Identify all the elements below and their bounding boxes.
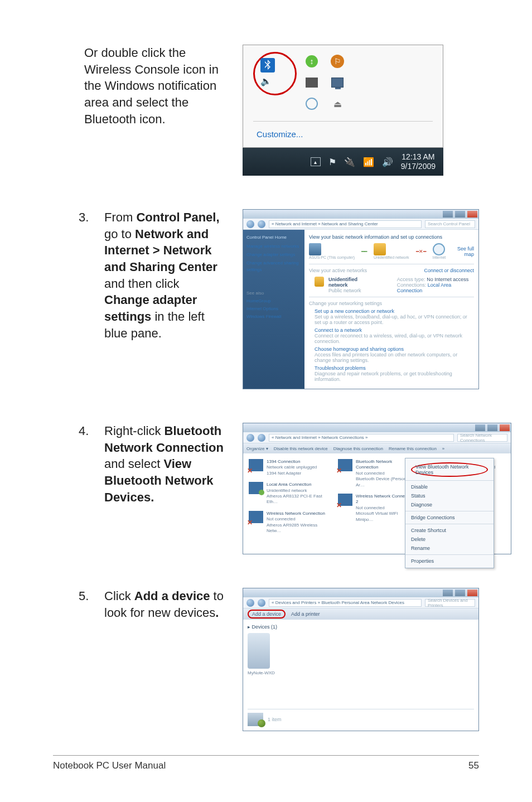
volume-icon[interactable]: 🔈 (260, 76, 272, 86)
advanced-sharing-link[interactable]: Change advanced sharing settings (246, 260, 301, 273)
ctx-bridge: Bridge Connections (405, 513, 494, 522)
device-item[interactable]: MyNote-WXD (248, 633, 275, 675)
ctx-status: Status (405, 491, 494, 500)
search-input[interactable]: Search Network Connections (457, 434, 507, 442)
tray-screenshot: 🔈 ↕ ⚐ ⏏ (243, 45, 443, 176)
toolbar-overflow[interactable]: » (442, 446, 444, 451)
clock-date: 9/17/2009 (401, 162, 436, 171)
network-icon[interactable]: 📶 (363, 157, 374, 167)
active-network-icon (315, 277, 324, 287)
homegroup-link[interactable]: Choose homegroup and sharing options (315, 346, 474, 352)
monitor-icon[interactable] (331, 78, 344, 88)
taskbar-clock[interactable]: 12:13 AM 9/17/2009 (401, 152, 436, 171)
internet-icon (433, 243, 445, 255)
ctx-rename[interactable]: Rename (405, 544, 494, 553)
network-globe-icon[interactable] (306, 98, 318, 110)
connect-network-link[interactable]: Connect to a network (315, 327, 474, 333)
ctx-diagnose[interactable]: Diagnose (405, 500, 494, 509)
sound-icon[interactable]: 🔊 (382, 157, 393, 167)
adapter-icon[interactable] (338, 494, 352, 506)
back-button[interactable] (246, 220, 254, 228)
device-laptop-icon (248, 633, 270, 669)
breadcrumb[interactable]: « Network and Internet » Network Connect… (269, 434, 454, 442)
customize-link[interactable]: Customize... (257, 129, 303, 139)
step3-text: From Control Panel, go to Network and In… (104, 209, 226, 342)
change-adapter-settings-link[interactable]: Change adapter settings (246, 252, 301, 258)
rename-button[interactable]: Rename this connection (389, 446, 437, 451)
display-icon[interactable] (306, 78, 318, 88)
adapter-icon[interactable] (249, 511, 263, 523)
step5-number: 5. (79, 588, 104, 621)
forward-button[interactable] (258, 599, 265, 607)
see-full-map-link[interactable]: See full map (452, 246, 474, 257)
breadcrumb[interactable]: « Devices and Printers » Bluetooth Perso… (269, 599, 422, 607)
network-sharing-center-window: « Network and Internet » Network and Sha… (243, 209, 479, 389)
forward-button[interactable] (258, 220, 265, 228)
usb-eject-icon[interactable]: ⏏ (330, 96, 345, 111)
add-a-device-button[interactable]: Add a device (248, 610, 286, 619)
close-icon[interactable] (467, 211, 477, 218)
ctx-disable[interactable]: Disable (405, 482, 494, 491)
left-nav-pane: Control Panel Home Manage wireless netwo… (243, 230, 304, 389)
back-button[interactable] (246, 434, 254, 442)
ctx-delete: Delete (405, 535, 494, 544)
power-icon[interactable]: 🔌 (344, 157, 355, 167)
context-menu: View Bluetooth Network Devices Disable S… (405, 458, 494, 568)
status-item-count: 1 item (268, 717, 282, 722)
bluetooth-highlight: 🔈 (253, 52, 297, 95)
wifi-toggle-icon[interactable]: ↕ (306, 55, 318, 67)
forward-button[interactable] (258, 434, 265, 442)
connect-disconnect-link[interactable]: Connect or disconnect (424, 268, 474, 273)
ctx-properties[interactable]: Properties (405, 557, 494, 566)
devices-category[interactable]: ▸ Devices (1) (248, 624, 474, 630)
search-input[interactable]: Search Control Panel (425, 220, 475, 228)
bluetooth-adapter-icon[interactable] (338, 459, 352, 471)
step4-number: 4. (79, 423, 104, 505)
disable-device-button[interactable]: Disable this network device (274, 446, 328, 451)
page-number: 55 (468, 760, 479, 771)
organize-menu[interactable]: Organize ▾ (246, 446, 268, 451)
network-node-icon (374, 243, 386, 255)
close-icon[interactable] (467, 590, 477, 596)
manage-wireless-link[interactable]: Manage wireless networks (246, 243, 301, 250)
bluetooth-icon[interactable] (260, 58, 275, 73)
step5-text: Click Add a device to look for new devic… (104, 588, 226, 621)
step4-text: Right-click Bluetooth Network Connection… (104, 423, 226, 505)
taskbar: ▴ ⚑ 🔌 📶 🔊 12:13 AM 9/17/2009 (243, 148, 443, 176)
adapter-icon[interactable] (249, 459, 263, 471)
flag-icon[interactable]: ⚑ (328, 157, 336, 167)
search-input[interactable]: Search Devices and Printers (425, 599, 475, 607)
show-hidden-icons[interactable]: ▴ (311, 157, 321, 166)
adapter-icon[interactable] (249, 482, 263, 494)
setup-connection-link[interactable]: Set up a new connection or network (315, 308, 474, 314)
ctx-shortcut[interactable]: Create Shortcut (405, 526, 494, 535)
intro-text: Or double click the Wireless Console ico… (84, 45, 226, 127)
step3-number: 3. (79, 209, 104, 342)
back-button[interactable] (246, 599, 254, 607)
footer-title: Notebook PC User Manual (53, 760, 166, 771)
breadcrumb[interactable]: « Network and Internet » Network and Sha… (269, 220, 422, 228)
network-connections-window: « Network and Internet » Network Connect… (243, 423, 511, 554)
clock-time: 12:13 AM (401, 152, 436, 162)
diagnose-button[interactable]: Diagnose this connection (333, 446, 383, 451)
view-bt-devices-item[interactable]: View Bluetooth Network Devices (411, 462, 488, 477)
status-pc-icon (248, 713, 263, 726)
add-a-printer-button[interactable]: Add a printer (291, 611, 320, 617)
this-pc-icon (309, 243, 321, 255)
bluetooth-devices-window: « Devices and Printers » Bluetooth Perso… (243, 588, 479, 731)
action-center-icon[interactable]: ⚐ (331, 55, 344, 68)
close-icon[interactable] (500, 424, 510, 431)
troubleshoot-link[interactable]: Troubleshoot problems (315, 365, 474, 371)
main-heading: View your basic network information and … (309, 234, 474, 240)
